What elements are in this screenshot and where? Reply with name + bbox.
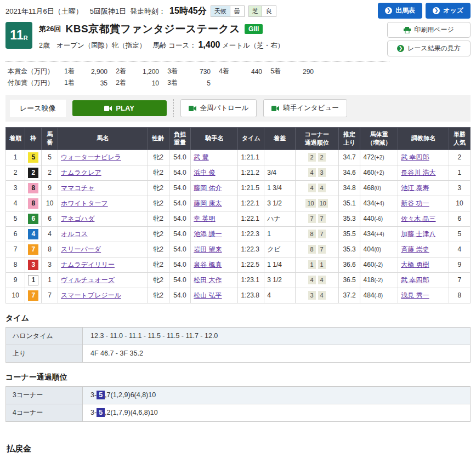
waku-badge: 5 xyxy=(28,152,38,163)
arrow-circle-icon: ❯ xyxy=(385,7,392,14)
added-prize-label: 付加賞（万円） xyxy=(7,78,57,88)
results-table-body: 1 5 5 ウォーターナビレラ 牝2 54.0 武 豊 1:21.1 22 34… xyxy=(6,150,471,303)
trainer-link[interactable]: 武 幸四郎 xyxy=(401,276,429,284)
trainer-link[interactable]: 浅見 秀一 xyxy=(401,291,429,299)
print-page-button[interactable]: 印刷用ページ xyxy=(387,22,471,38)
finish-position: 5 xyxy=(6,211,25,226)
corner-order-cell: 11 xyxy=(295,257,338,272)
horse-number: 9 xyxy=(42,180,58,196)
finish-position: 10 xyxy=(6,288,25,303)
last-up-label: 上り xyxy=(6,345,83,362)
trainer-cell: 浅見 秀一 xyxy=(398,288,449,303)
trainer-link[interactable]: 武 幸四郎 xyxy=(401,153,429,161)
jockey-link[interactable]: 松山 弘平 xyxy=(194,291,222,299)
horse-link[interactable]: ウォーターナビレラ xyxy=(61,153,121,161)
course-unit: メートル（芝・右） xyxy=(222,42,284,49)
trainer-link[interactable]: 長谷川 浩大 xyxy=(401,169,435,176)
start-time-value: 15時45分 xyxy=(169,5,207,17)
waku-badge: 2 xyxy=(28,168,38,178)
horse-link[interactable]: ナムラデイリリー xyxy=(61,261,115,268)
horse-weight-diff: (-8) xyxy=(374,293,383,299)
last-3f: 35.3 xyxy=(338,211,360,226)
jockey-link[interactable]: 池添 謙一 xyxy=(194,230,222,238)
trainer-cell: 佐々木 晶三 xyxy=(398,211,449,226)
table-row: 1 5 5 ウォーターナビレラ 牝2 54.0 武 豊 1:21.1 22 34… xyxy=(6,150,471,165)
waku-cell: 6 xyxy=(25,211,42,226)
margin-cell: 1 1/4 xyxy=(264,257,295,272)
time-section-title: タイム xyxy=(5,313,471,323)
horse-link[interactable]: スリーパーダ xyxy=(61,245,101,253)
race-number-box: 11R xyxy=(5,22,32,49)
jockey-interview-label: 騎手インタビュー xyxy=(283,104,338,113)
col-margin: 着差 xyxy=(264,128,295,150)
main-prize-row: 本賞金（万円） 1着 2,900 2着 1,200 3着 730 4着 440 … xyxy=(7,66,315,77)
corner3-prefix: 3- xyxy=(90,391,97,399)
horse-link[interactable]: オルコス xyxy=(61,230,88,238)
corner-pass-2: 7 xyxy=(318,245,326,254)
sex-age: 牝2 xyxy=(148,211,169,226)
prize-amount: 35 xyxy=(77,78,109,88)
jockey-link[interactable]: 泉谷 楓真 xyxy=(194,261,222,268)
corner-pass-1: 8 xyxy=(308,230,316,238)
jockey-link[interactable]: 藤岡 佑介 xyxy=(194,184,222,192)
jockey-link[interactable]: 藤岡 康太 xyxy=(194,199,222,207)
odds-button[interactable]: ❯ オッズ xyxy=(426,3,471,19)
horse-link[interactable]: ホワイトターフ xyxy=(61,199,108,207)
col-corner: コーナー 通過順位 xyxy=(295,128,338,150)
prize-amount: 10 xyxy=(128,78,160,88)
jockey-link[interactable]: 岩田 望来 xyxy=(194,245,222,253)
horse-link[interactable]: ママコチャ xyxy=(61,184,94,192)
entries-button[interactable]: ❯ 出馬表 xyxy=(378,3,422,19)
trainer-link[interactable]: 加藤 士津八 xyxy=(401,230,435,238)
horse-link[interactable]: アネゴハダ xyxy=(61,215,94,222)
corner-pass-1: 1 xyxy=(308,260,316,269)
place-label: 3着 xyxy=(161,66,179,77)
waku-badge: 3 xyxy=(28,260,38,270)
horse-link[interactable]: ナムラクレア xyxy=(61,169,101,176)
trainer-link[interactable]: 新谷 功一 xyxy=(401,199,429,207)
corner3-row: 3コーナー 3-5,7(1,2,9)6(4,8)10 xyxy=(6,386,471,404)
jockey-link[interactable]: 松田 大作 xyxy=(194,276,222,284)
horse-number: 5 xyxy=(42,150,58,165)
win-favorite: 9 xyxy=(449,257,470,272)
corner-pass-1: 4 xyxy=(308,184,316,192)
empty-cell xyxy=(283,78,315,88)
margin-cell xyxy=(264,150,295,165)
win-favorite: 5 xyxy=(449,226,470,242)
corner4-label: 4コーナー xyxy=(6,404,83,421)
jockey-cell: 岩田 望来 xyxy=(191,242,238,257)
trainer-link[interactable]: 池江 泰寿 xyxy=(401,184,429,192)
jockey-link[interactable]: 幸 英明 xyxy=(194,215,215,222)
horse-link[interactable]: スマートプレジール xyxy=(61,291,121,299)
race-video-button[interactable]: レース映像 xyxy=(10,100,66,117)
jockey-link[interactable]: 浜中 俊 xyxy=(194,169,215,176)
trainer-link[interactable]: 斉藤 崇史 xyxy=(401,245,429,253)
jockey-interview-button[interactable]: 騎手インタビュー xyxy=(263,99,347,117)
jockey-cell: 浜中 俊 xyxy=(191,165,238,180)
place-label: 2着 xyxy=(110,66,127,77)
jockey-cell: 武 豊 xyxy=(191,150,238,165)
corner-order-cell: 87 xyxy=(295,226,338,242)
sex-age: 牝2 xyxy=(148,165,169,180)
waku-cell: 1 xyxy=(25,272,42,288)
corner-pass-2: 7 xyxy=(318,214,326,223)
print-page-label: 印刷用ページ xyxy=(414,25,454,35)
play-button[interactable]: PLAY xyxy=(72,100,167,116)
win-favorite: 7 xyxy=(449,272,470,288)
start-time-label: 発走時刻： xyxy=(130,7,166,16)
jockey-link[interactable]: 武 豊 xyxy=(194,153,208,161)
trainer-link[interactable]: 大橋 勇樹 xyxy=(401,261,429,268)
time-cell: 1:22.3 xyxy=(238,242,264,257)
horse-name-cell: スマートプレジール xyxy=(58,288,148,303)
horse-weight-cell: 404(0) xyxy=(360,242,398,257)
horse-weight-cell: 434(+4) xyxy=(360,196,398,211)
sex-age: 牝2 xyxy=(148,272,169,288)
horse-weight-cell: 484(-8) xyxy=(360,288,398,303)
time-cell: 1:22.1 xyxy=(238,211,264,226)
result-guide-button[interactable]: ❯ レース結果の見方 xyxy=(387,41,471,56)
empty-cell xyxy=(264,78,282,88)
trainer-link[interactable]: 佐々木 晶三 xyxy=(401,215,435,222)
horse-name-cell: ママコチャ xyxy=(58,180,148,196)
horse-link[interactable]: ヴィルチュオーズ xyxy=(61,276,115,284)
patrol-video-button[interactable]: 全周パトロール xyxy=(180,99,257,117)
